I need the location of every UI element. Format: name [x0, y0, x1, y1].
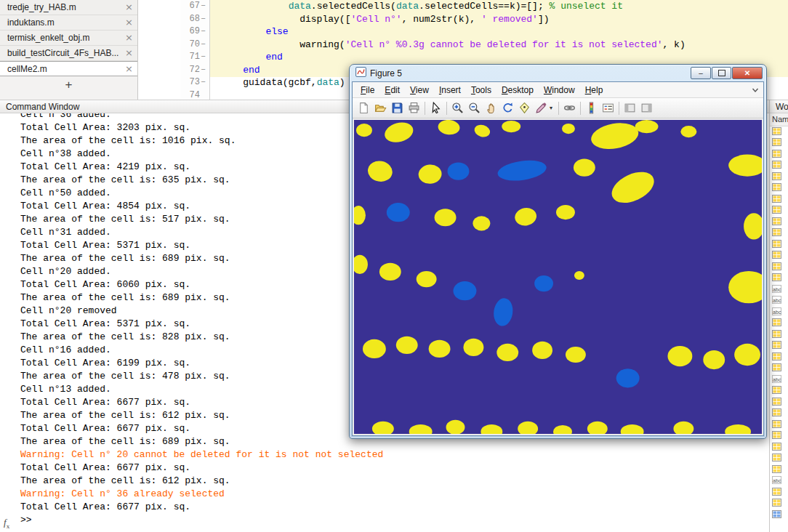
workspace-row[interactable]: [770, 126, 788, 138]
figure-titlebar[interactable]: Figure 5 – ✕: [352, 65, 764, 81]
cell-blob-yellow[interactable]: [356, 124, 372, 137]
cell-blob-yellow[interactable]: [667, 346, 692, 366]
workspace-row[interactable]: [770, 183, 788, 195]
workspace-row[interactable]: [770, 352, 788, 363]
hide-plot-tools-button[interactable]: [622, 100, 638, 116]
data-cursor-button[interactable]: [516, 100, 533, 116]
workspace-row[interactable]: [770, 386, 788, 398]
workspace-row[interactable]: [770, 454, 788, 465]
save-figure-button[interactable]: [389, 100, 406, 116]
tab-close-icon[interactable]: ×: [125, 31, 133, 45]
menu-item-file[interactable]: File: [355, 84, 379, 97]
workspace-row[interactable]: [770, 217, 788, 228]
link-plot-button[interactable]: [561, 100, 578, 116]
menu-item-view[interactable]: View: [405, 84, 434, 97]
insert-colorbar-button[interactable]: [583, 100, 600, 116]
cell-blob-yellow[interactable]: [502, 121, 520, 132]
cell-blob-yellow[interactable]: [473, 216, 490, 230]
cell-blob-yellow[interactable]: [635, 120, 659, 133]
workspace-row[interactable]: abc: [770, 296, 788, 307]
menubar-chevron-icon[interactable]: [752, 87, 759, 93]
cursor-button[interactable]: [427, 100, 444, 116]
cell-blob-yellow[interactable]: [532, 342, 552, 359]
file-tab[interactable]: induktans.m×: [0, 15, 137, 31]
cell-blob-yellow[interactable]: [574, 271, 584, 280]
file-tab[interactable]: termisk_enkelt_obj.m×: [0, 31, 137, 46]
workspace-row[interactable]: abc: [770, 284, 788, 296]
workspace-name-column-header[interactable]: Nam: [770, 113, 788, 126]
code-line[interactable]: warning('Cell n° %0.3g cannot be deleted…: [210, 39, 788, 52]
workspace-row[interactable]: abc: [770, 476, 788, 488]
cell-blob-yellow[interactable]: [703, 350, 725, 369]
cell-blob-yellow[interactable]: [396, 336, 418, 354]
brush-button[interactable]: [533, 100, 550, 116]
new-file-button[interactable]: +: [0, 76, 137, 94]
workspace-row[interactable]: [770, 329, 788, 341]
figure-window[interactable]: Figure 5 – ✕ FileEditViewInsertToolsDesk…: [349, 64, 767, 439]
cell-blob-yellow[interactable]: [574, 158, 595, 176]
workspace-header[interactable]: Wo: [770, 100, 788, 113]
workspace-row[interactable]: [770, 341, 788, 352]
workspace-row[interactable]: [770, 194, 788, 206]
workspace-row[interactable]: [770, 499, 788, 510]
workspace-row[interactable]: abc: [770, 374, 788, 386]
file-tab[interactable]: tredje_try_HAB.m×: [0, 0, 137, 15]
code-line[interactable]: display(['Cell n°', num2str(k), ' remove…: [210, 13, 788, 26]
tab-close-icon[interactable]: ×: [125, 46, 133, 60]
workspace-row[interactable]: [770, 262, 788, 273]
cell-blob-yellow[interactable]: [496, 344, 518, 361]
workspace-row[interactable]: [770, 487, 788, 499]
tab-close-icon[interactable]: ×: [125, 62, 133, 76]
workspace-row[interactable]: [770, 149, 788, 161]
workspace-row[interactable]: [770, 363, 788, 375]
open-file-button[interactable]: [372, 100, 389, 116]
cell-blob-yellow[interactable]: [562, 124, 575, 134]
cell-blob-selected-blue[interactable]: [387, 203, 410, 222]
workspace-row[interactable]: [770, 239, 788, 251]
print-figure-button[interactable]: [406, 100, 422, 116]
workspace-row[interactable]: [770, 273, 788, 285]
file-tab[interactable]: build_testCircuit_4Fs_HAB...×: [0, 46, 137, 61]
menu-item-desktop[interactable]: Desktop: [496, 84, 539, 97]
insert-legend-button[interactable]: [600, 100, 616, 116]
cell-blob-selected-blue[interactable]: [454, 281, 477, 300]
zoom-in-button[interactable]: [449, 100, 466, 116]
code-line[interactable]: else: [210, 25, 788, 39]
tab-close-icon[interactable]: ×: [125, 15, 133, 30]
cell-blob-yellow[interactable]: [734, 344, 760, 366]
cell-blob-yellow[interactable]: [417, 271, 437, 287]
workspace-row[interactable]: [770, 138, 788, 150]
pan-button[interactable]: [483, 100, 499, 116]
show-plot-tools-button[interactable]: [638, 100, 655, 116]
workspace-row[interactable]: [770, 161, 788, 172]
workspace-row[interactable]: [770, 431, 788, 443]
cell-blob-yellow[interactable]: [435, 209, 457, 226]
menu-item-edit[interactable]: Edit: [379, 84, 405, 97]
code-line[interactable]: data.selectedCells(data.selectedCells==k…: [210, 0, 788, 13]
file-tab[interactable]: cellMe2.m×: [0, 61, 137, 76]
workspace-row[interactable]: abc: [770, 307, 788, 318]
workspace-row[interactable]: [770, 509, 788, 521]
workspace-row[interactable]: [770, 464, 788, 476]
tab-close-icon[interactable]: ×: [125, 0, 133, 15]
workspace-row[interactable]: [770, 442, 788, 454]
new-figure-button[interactable]: [355, 100, 372, 116]
menu-item-insert[interactable]: Insert: [434, 84, 466, 97]
figure-axes[interactable]: [353, 118, 763, 435]
cell-blob-yellow[interactable]: [556, 205, 575, 219]
zoom-out-button[interactable]: [466, 100, 483, 116]
workspace-row[interactable]: [770, 318, 788, 330]
cell-blob-yellow[interactable]: [680, 126, 696, 137]
close-button[interactable]: ✕: [732, 67, 763, 79]
workspace-row[interactable]: [770, 419, 788, 431]
workspace-row[interactable]: [770, 228, 788, 240]
minimize-button[interactable]: –: [691, 67, 711, 79]
rotate-3d-button[interactable]: [499, 100, 516, 116]
function-hints-icon[interactable]: fx: [4, 517, 9, 530]
menu-item-help[interactable]: Help: [580, 84, 608, 97]
cell-blob-yellow[interactable]: [379, 263, 401, 281]
brush-dropdown-icon[interactable]: ▾: [550, 105, 556, 111]
workspace-row[interactable]: [770, 172, 788, 183]
cell-blob-yellow[interactable]: [566, 347, 586, 363]
cell-blob-yellow[interactable]: [363, 339, 386, 358]
